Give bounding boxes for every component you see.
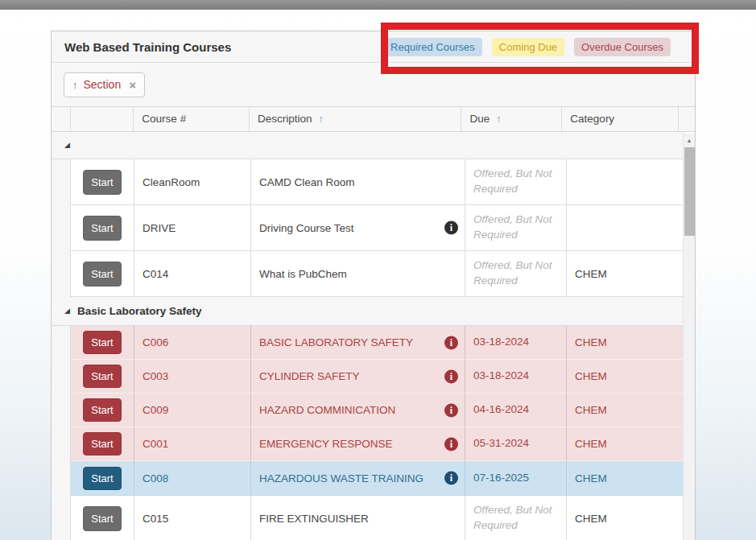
- due-cell: Offered, But Not Required: [465, 205, 567, 251]
- page-title: Web Based Training Courses: [64, 40, 231, 54]
- due-cell: 07-16-2025: [465, 461, 567, 496]
- start-button[interactable]: Start: [83, 262, 121, 286]
- action-cell: Start: [71, 251, 134, 297]
- table-row: StartC009HAZARD COMMINICATIONi04-16-2024…: [52, 394, 684, 427]
- table-header: Course # Description↑ Due↑ Category: [52, 106, 695, 132]
- due-cell: 03-18-2024: [465, 326, 567, 360]
- header-cell-indent: [52, 107, 71, 131]
- table-row: StartC015FIRE EXTINGUISHEROffered, But N…: [52, 496, 684, 540]
- action-cell: Start: [71, 461, 134, 496]
- table-row: StartC014What is PubChemOffered, But Not…: [52, 251, 684, 297]
- sort-asc-icon: ↑: [496, 113, 502, 125]
- training-courses-panel: Web Based Training Courses Required Cour…: [51, 31, 696, 540]
- group-row[interactable]: ◢Basic Laboratory Safety: [52, 297, 684, 326]
- action-cell: Start: [71, 205, 134, 251]
- description-cell: What is PubChem: [251, 251, 465, 297]
- info-icon[interactable]: i: [444, 403, 458, 417]
- due-text: 05-31-2024: [473, 436, 529, 451]
- legend-coming-due: Coming Due: [492, 38, 564, 56]
- description-text: HAZARD COMMINICATION: [259, 404, 395, 416]
- sort-asc-icon: ↑: [319, 113, 324, 125]
- start-button[interactable]: Start: [83, 432, 121, 455]
- scrollbar-up-icon[interactable]: ▲: [684, 134, 695, 146]
- action-cell: Start: [71, 360, 134, 394]
- course-number-cell: C008: [134, 461, 251, 496]
- description-text: Driving Course Test: [259, 222, 354, 234]
- start-button[interactable]: Start: [83, 216, 121, 241]
- description-text: What is PubChem: [259, 268, 347, 280]
- due-text: Offered, But Not Required: [473, 167, 558, 197]
- info-icon[interactable]: i: [444, 437, 458, 451]
- start-button[interactable]: Start: [83, 506, 121, 531]
- description-cell: Driving Course Testi: [251, 205, 465, 251]
- info-icon[interactable]: i: [444, 472, 458, 485]
- description-cell: HAZARDOUS WASTE TRAININGi: [251, 461, 465, 496]
- table-row: StartC003CYLINDER SAFETYi03-18-2024CHEM: [52, 360, 684, 394]
- action-cell: Start: [71, 496, 134, 540]
- course-number-cell: C015: [134, 496, 251, 540]
- action-cell: Start: [71, 326, 134, 360]
- status-legend: Required Courses Coming Due Overdue Cour…: [383, 38, 671, 56]
- header-cell-course[interactable]: Course #: [134, 107, 250, 131]
- header-cell-due[interactable]: Due↑: [461, 107, 562, 131]
- header-cell-category[interactable]: Category: [562, 107, 679, 131]
- description-cell: CYLINDER SAFETYi: [251, 360, 465, 394]
- vertical-scrollbar[interactable]: ▲: [683, 134, 695, 540]
- row-indent-cell: [52, 360, 71, 394]
- group-chip-section[interactable]: ↑ Section ×: [64, 72, 145, 97]
- category-cell: CHEM: [567, 326, 684, 360]
- due-text: 03-18-2024: [473, 369, 529, 384]
- group-by-toolbar: ↑ Section ×: [52, 63, 695, 106]
- table-body: ◢StartCleanRoomCAMD Clean RoomOffered, B…: [52, 132, 684, 540]
- category-cell: [567, 205, 684, 251]
- category-cell: CHEM: [567, 427, 684, 461]
- panel-heading: Web Based Training Courses Required Cour…: [52, 31, 695, 63]
- group-row[interactable]: ◢: [52, 132, 684, 159]
- start-button[interactable]: Start: [83, 398, 121, 422]
- collapse-group-icon[interactable]: ◢: [64, 142, 70, 149]
- category-cell: CHEM: [567, 461, 684, 496]
- table-row: StartC006BASIC LABORATORY SAFETYi03-18-2…: [52, 326, 684, 360]
- header-cell-filler: [679, 107, 695, 131]
- start-button[interactable]: Start: [83, 170, 121, 195]
- course-number-cell: C003: [134, 360, 251, 394]
- scrollbar-thumb[interactable]: [684, 147, 695, 236]
- table-row: StartC001EMERGENCY RESPONSEi05-31-2024CH…: [52, 427, 684, 461]
- description-text: CAMD Clean Room: [259, 176, 355, 188]
- due-text: Offered, But Not Required: [473, 212, 558, 243]
- table-row: StartCleanRoomCAMD Clean RoomOffered, Bu…: [52, 159, 684, 205]
- group-label: Basic Laboratory Safety: [77, 305, 202, 317]
- course-number-cell: DRIVE: [134, 205, 251, 251]
- due-text: Offered, But Not Required: [473, 258, 558, 289]
- remove-group-icon[interactable]: ×: [129, 78, 136, 92]
- info-icon[interactable]: i: [444, 221, 458, 235]
- description-text: CYLINDER SAFETY: [259, 370, 360, 382]
- due-cell: 05-31-2024: [465, 427, 567, 461]
- sort-ascending-icon[interactable]: ↑: [72, 79, 78, 91]
- info-icon[interactable]: i: [444, 369, 458, 383]
- legend-required-courses: Required Courses: [383, 38, 482, 56]
- page: Web Based Training Courses Required Cour…: [0, 0, 756, 540]
- course-number-cell: C009: [134, 394, 251, 427]
- description-text: HAZARDOUS WASTE TRAINING: [259, 472, 423, 484]
- header-cell-description[interactable]: Description↑: [250, 107, 461, 131]
- info-icon[interactable]: i: [444, 336, 458, 349]
- collapse-group-icon[interactable]: ◢: [64, 307, 70, 315]
- course-number-cell: C006: [134, 326, 251, 360]
- due-cell: Offered, But Not Required: [465, 159, 567, 205]
- description-cell: EMERGENCY RESPONSEi: [251, 427, 465, 461]
- top-window-bar: [0, 0, 756, 10]
- course-number-cell: CleanRoom: [134, 159, 251, 205]
- start-button[interactable]: Start: [83, 467, 121, 490]
- due-text: 04-16-2024: [473, 402, 529, 418]
- course-number-cell: C014: [134, 251, 251, 297]
- row-indent-cell: [52, 427, 71, 461]
- category-cell: CHEM: [567, 496, 684, 540]
- start-button[interactable]: Start: [83, 365, 121, 388]
- description-text: EMERGENCY RESPONSE: [259, 438, 393, 450]
- description-text: BASIC LABORATORY SAFETY: [259, 336, 413, 348]
- due-cell: Offered, But Not Required: [465, 496, 567, 540]
- header-cell-action: [71, 107, 134, 131]
- start-button[interactable]: Start: [83, 331, 121, 354]
- table-row: StartDRIVEDriving Course TestiOffered, B…: [52, 205, 684, 251]
